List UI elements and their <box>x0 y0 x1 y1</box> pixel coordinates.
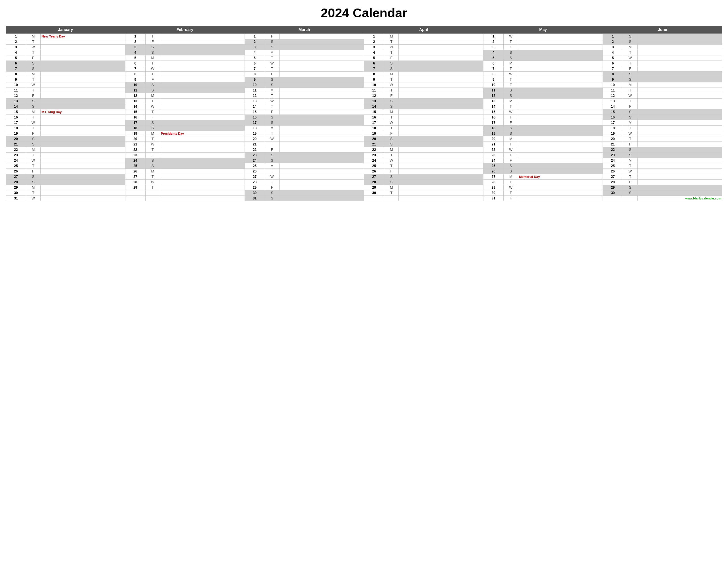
day-letter-may-24: F <box>504 158 518 163</box>
day-letter-jan-11: T <box>26 88 40 93</box>
day-letter-feb-11: S <box>145 88 160 93</box>
day-letter-mar-11: M <box>265 88 279 93</box>
day-num-jun-24: 24 <box>603 158 623 163</box>
event-may-7 <box>518 66 603 72</box>
day-num-jun-2: 2 <box>603 39 623 45</box>
day-num-jun-3: 3 <box>603 45 623 50</box>
event-apr-8 <box>399 72 483 77</box>
event-apr-6 <box>399 61 483 66</box>
day-num-apr-23: 23 <box>364 153 384 158</box>
event-mar-28 <box>279 180 364 185</box>
day-num-may-8: 8 <box>483 72 504 77</box>
day-num-jun-15: 15 <box>603 109 623 115</box>
day-num-feb-27: 27 <box>125 174 145 180</box>
event-apr-27 <box>399 174 483 180</box>
day-letter-mar-28: T <box>265 180 279 185</box>
day-letter-may-17: F <box>504 120 518 126</box>
event-feb-10 <box>160 82 245 88</box>
day-letter-feb-23: F <box>145 153 160 158</box>
day-letter-apr-6: S <box>384 61 399 66</box>
day-num-jan-1: 1 <box>6 34 26 39</box>
day-num-mar-1: 1 <box>245 34 265 39</box>
day-letter-jun-28: F <box>623 180 637 185</box>
event-apr-23 <box>399 153 483 158</box>
calendar-table: January February March April May June 1M… <box>6 26 722 201</box>
day-num-feb-12: 12 <box>125 93 145 99</box>
day-letter-feb-26: M <box>145 169 160 174</box>
day-num-may-21: 21 <box>483 142 504 147</box>
day-letter-apr-5: F <box>384 55 399 61</box>
event-apr-28 <box>399 180 483 185</box>
day-num-feb-31 <box>125 196 145 201</box>
day-num-mar-7: 7 <box>245 66 265 72</box>
header-february: February <box>125 26 245 34</box>
day-num-feb-18: 18 <box>125 126 145 131</box>
event-jun-26 <box>638 169 722 174</box>
day-num-apr-20: 20 <box>364 136 384 142</box>
day-num-may-27: 27 <box>483 174 504 180</box>
event-feb-27 <box>160 174 245 180</box>
day-letter-jun-10: M <box>623 82 637 88</box>
day-num-may-15: 15 <box>483 109 504 115</box>
day-num-jun-31 <box>603 196 623 201</box>
day-letter-may-10: F <box>504 82 518 88</box>
day-letter-feb-25: S <box>145 163 160 169</box>
event-may-3 <box>518 45 603 50</box>
event-jan-28 <box>40 180 125 185</box>
event-feb-18 <box>160 126 245 131</box>
event-mar-13 <box>279 99 364 104</box>
day-num-apr-29: 29 <box>364 185 384 190</box>
event-apr-25 <box>399 163 483 169</box>
day-num-jan-17: 17 <box>6 120 26 126</box>
event-feb-15 <box>160 109 245 115</box>
day-letter-apr-27: S <box>384 174 399 180</box>
day-letter-mar-31: S <box>265 196 279 201</box>
header-june: June <box>603 26 722 34</box>
day-num-jun-28: 28 <box>603 180 623 185</box>
day-num-may-14: 14 <box>483 104 504 109</box>
day-num-jan-22: 22 <box>6 147 26 153</box>
day-letter-jan-30: T <box>26 190 40 196</box>
event-jan-11 <box>40 88 125 93</box>
day-letter-feb-15: T <box>145 109 160 115</box>
day-letter-jun-26: W <box>623 169 637 174</box>
day-letter-jun-12: W <box>623 93 637 99</box>
event-may-24 <box>518 158 603 163</box>
event-feb-19: Presidents Day <box>160 131 245 136</box>
event-jan-26 <box>40 169 125 174</box>
event-apr-7 <box>399 66 483 72</box>
event-jan-4 <box>40 50 125 55</box>
day-letter-apr-31 <box>384 196 399 201</box>
event-apr-22 <box>399 147 483 153</box>
day-num-feb-24: 24 <box>125 158 145 163</box>
day-letter-may-25: S <box>504 163 518 169</box>
day-num-apr-13: 13 <box>364 99 384 104</box>
event-feb-6 <box>160 61 245 66</box>
day-letter-jun-3: M <box>623 45 637 50</box>
event-jun-9 <box>638 77 722 82</box>
day-letter-feb-19: M <box>145 131 160 136</box>
event-may-21 <box>518 142 603 147</box>
day-num-jun-5: 5 <box>603 55 623 61</box>
event-apr-12 <box>399 93 483 99</box>
day-num-mar-8: 8 <box>245 72 265 77</box>
day-letter-jun-4: T <box>623 50 637 55</box>
day-num-jun-18: 18 <box>603 126 623 131</box>
event-may-17 <box>518 120 603 126</box>
day-num-may-28: 28 <box>483 180 504 185</box>
day-letter-apr-16: T <box>384 115 399 120</box>
day-letter-jan-19: F <box>26 131 40 136</box>
event-jan-30 <box>40 190 125 196</box>
day-num-apr-2: 2 <box>364 39 384 45</box>
event-mar-10 <box>279 82 364 88</box>
day-num-mar-13: 13 <box>245 99 265 104</box>
day-letter-mar-10: S <box>265 82 279 88</box>
day-letter-jan-8: M <box>26 72 40 77</box>
day-letter-jan-3: W <box>26 45 40 50</box>
day-num-jun-6: 6 <box>603 61 623 66</box>
day-num-jun-10: 10 <box>603 82 623 88</box>
day-num-feb-20: 20 <box>125 136 145 142</box>
day-letter-mar-12: T <box>265 93 279 99</box>
event-feb-1 <box>160 34 245 39</box>
day-letter-jun-9: S <box>623 77 637 82</box>
